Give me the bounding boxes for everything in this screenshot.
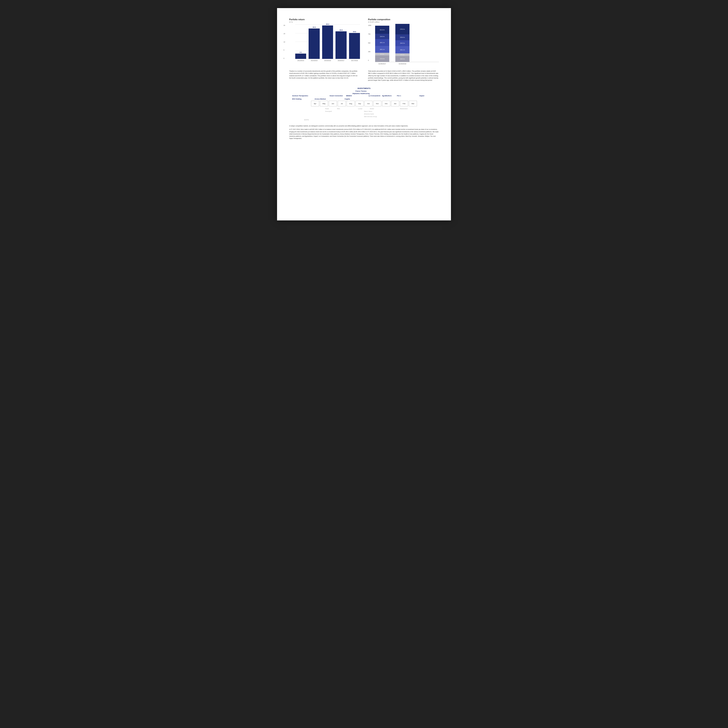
segment-2018-4: 192.1 m xyxy=(395,46,410,54)
label-fire1: Fire 1 xyxy=(397,95,401,97)
label-snack: Snack Connection xyxy=(330,95,343,97)
charts-row: Porfolio return In % 20 15 10 5 0 xyxy=(289,18,439,65)
label-impact: Impact xyxy=(419,95,424,97)
stacked-bar-2018: 154.5 m 67.2 m 192.1 m 154.5 m 153.6 m xyxy=(395,24,410,62)
segment-2018-3: 154.5 m xyxy=(395,40,410,46)
bar-group-4: 16.6 xyxy=(335,29,346,59)
segment-2017-1: 221.6 m xyxy=(375,26,389,34)
segment-2018-1: 278.5 m xyxy=(395,24,410,34)
label-france-themes: France Themes xyxy=(355,90,367,92)
month-dec[interactable]: Dec xyxy=(382,101,390,106)
segment-2017-2: 134.9 m xyxy=(375,34,389,39)
page: Porfolio return In % 20 15 10 5 0 xyxy=(277,8,451,220)
bar-rect-1 xyxy=(295,54,306,59)
segment-2018-6: 154.5 m xyxy=(395,56,410,62)
exit-luciad: Luciad xyxy=(358,108,362,109)
label-mvz: MVZ Holding xyxy=(292,98,301,100)
portfolio-composition-chart: Porfolio composition In EUR million 1000… xyxy=(368,18,439,65)
stacked-bars: 173.4 m 67.5 m 183.1 m 183.1 m 134.9 m xyxy=(375,24,439,62)
label-arseus: Arseus Medical xyxy=(315,98,326,100)
exit-well-services: Well Services Group xyxy=(364,116,377,117)
month-jan[interactable]: Jan xyxy=(391,101,399,106)
exits-title: EXITS xyxy=(289,119,439,121)
text-right: Total assets amounted at 31 March 2018 t… xyxy=(368,70,439,81)
label-cegeka: Cegeka xyxy=(344,98,350,100)
label-wemas: WEMAS xyxy=(346,95,352,97)
exit-labels: Teads RES Greenyard Luciad Brakel Marco … xyxy=(289,108,439,118)
bar-group-1: 3.1 xyxy=(295,51,306,59)
portfolio-composition-subtitle: In EUR million xyxy=(368,21,439,23)
body-text: In today's competitive markets, we disti… xyxy=(289,125,439,139)
bar-rect-3 xyxy=(322,26,333,59)
month-oct[interactable]: Oct xyxy=(364,101,373,106)
x-axis-return: 2013/2014 2014/2015 2015/2016 2016/2017 … xyxy=(295,60,360,61)
label-imcheck: Imcheck Therapeutics xyxy=(292,95,308,97)
investment-top-labels: France Themes Stiplastics Healthcaring I… xyxy=(289,90,439,100)
body-para-1: In today's competitive markets, we disti… xyxy=(289,125,439,127)
portfolio-return-subtitle: In % xyxy=(289,21,360,23)
exit-teads: Teads xyxy=(325,108,329,109)
body-para-2: In FY 2017-2018, Gimv made in all EUR 24… xyxy=(289,128,439,139)
months-row: Apr May Jun Jul Aug Sep Oct Nov Dec Jan … xyxy=(289,101,439,106)
month-apr[interactable]: Apr xyxy=(311,101,319,106)
month-aug[interactable]: Aug xyxy=(347,101,355,106)
exit-almaviva: Almaviva Sante xyxy=(364,113,374,115)
x-axis-composition: 31/05/2017 31/03/2018 xyxy=(375,63,439,65)
investments-title: INVESTMENTS xyxy=(289,87,439,89)
segment-2018-2: 153.6 m xyxy=(395,34,410,40)
label-la-croissanterie: La Croissanterie xyxy=(369,95,380,97)
month-jun[interactable]: Jun xyxy=(329,101,337,106)
month-feb[interactable]: Feb xyxy=(400,101,408,106)
text-row: Thanks to a number of successful divestm… xyxy=(289,70,439,81)
investments-section: INVESTMENTS France Themes Stiplastics He… xyxy=(289,87,439,121)
bar-rect-5 xyxy=(349,33,360,59)
portfolio-composition-title: Porfolio composition xyxy=(368,18,439,21)
text-left: Thanks to a number of successful divestm… xyxy=(289,70,360,81)
month-sep[interactable]: Sep xyxy=(355,101,364,106)
y-axis-composition: 1000 750 500 250 0 xyxy=(368,24,371,61)
label-stiplastics: Stiplastics Healthcaring xyxy=(352,93,370,95)
exit-marco-vasco: Marco Vasco xyxy=(364,111,372,112)
month-jul[interactable]: Jul xyxy=(338,101,346,106)
bar-group-5: 15.6 xyxy=(349,31,360,59)
exit-brakel: Brakel xyxy=(370,108,374,109)
stacked-bar-2017: 173.4 m 67.5 m 183.1 m 183.1 m 134.9 m xyxy=(375,26,389,62)
month-mar[interactable]: Mar xyxy=(409,101,417,106)
segment-2018-5: 67.2 m xyxy=(395,54,410,56)
label-agrobiothers: AgroBiothers xyxy=(382,95,392,97)
month-nov[interactable]: Nov xyxy=(373,101,381,106)
month-may[interactable]: May xyxy=(320,101,328,106)
bar-group-3: 20.2 xyxy=(322,23,333,59)
segment-2017-5: 67.5 m xyxy=(375,53,389,55)
segment-2017-3: 183.1 m xyxy=(375,39,389,46)
portfolio-return-chart: Porfolio return In % 20 15 10 5 0 xyxy=(289,18,360,65)
bar-group-2: 18.3 xyxy=(309,26,320,59)
exit-res: RES xyxy=(337,108,340,109)
bar-rect-4 xyxy=(335,31,346,59)
exit-mackevision: Mackevision xyxy=(400,108,408,109)
bar-rect-2 xyxy=(309,29,320,59)
bar-chart-inner: 3.1 18.3 20.2 16.6 xyxy=(295,24,360,59)
portfolio-return-title: Porfolio return xyxy=(289,18,360,21)
segment-2017-6: 173.4 m xyxy=(375,55,389,62)
exit-greenyard: Greenyard xyxy=(325,111,332,112)
y-axis-return: 20 15 10 5 0 xyxy=(283,24,285,59)
bar-chart-return: 3.1 18.3 20.2 16.6 xyxy=(295,24,360,65)
segment-2017-4: 183.1 m xyxy=(375,46,389,53)
